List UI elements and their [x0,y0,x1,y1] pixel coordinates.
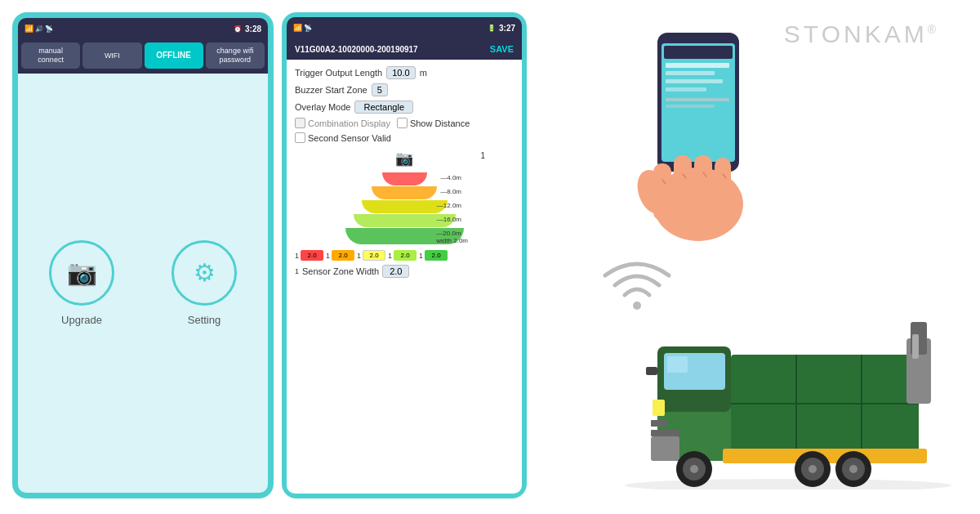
svg-rect-11 [674,155,692,221]
bar-yellow: 1 2.0 [357,250,385,261]
sensor-fan: —4.0m —8.0m —12.0m [339,172,470,245]
hand-phone-illustration [592,20,804,249]
svg-rect-3 [666,63,729,68]
left-status-bar: 📶 🔊 📡 ⏰ 3:28 [18,18,268,39]
sensor-zone-width-row: 1 Sensor Zone Width 2.0 [295,265,514,278]
svg-point-41 [849,465,858,473]
left-nav-bar: manualconnect WIFI OFFLINE change wifipa… [18,39,268,74]
sensor-number-badge: 1 [480,151,485,160]
combination-label: Combination Display [308,118,390,128]
show-distance-checkbox-item: Show Distance [397,118,470,128]
svg-rect-1 [662,43,735,162]
sensor-device-icon: 📷 [395,150,413,168]
wifi-button[interactable]: WIFI [82,42,141,69]
device-id: V11G00A2-10020000-200190917 [295,45,418,54]
save-button[interactable]: SAVE [490,44,514,54]
setting-label: Setting [188,314,220,326]
combination-row: Combination Display Show Distance [295,118,514,128]
settings-content: Trigger Output Length 10.0 m Buzzer Star… [287,60,522,494]
svg-rect-2 [664,46,733,59]
setting-icon-circle[interactable]: ⚙ [172,240,237,306]
svg-point-20 [625,479,951,489]
wifi-signal-illustration [600,253,674,318]
sensor-visualization: 📷 1 —4.0m —8.0m [295,150,514,245]
svg-rect-25 [731,355,919,461]
right-status-time: 3:27 [499,24,515,33]
trigger-unit: m [420,68,427,78]
offline-button[interactable]: OFFLINE [145,42,203,69]
svg-rect-42 [653,400,665,416]
sensor-zone-width-label: Sensor Zone Width [302,266,379,276]
svg-point-19 [633,302,641,310]
change-wifi-password-button[interactable]: change wifipassword [206,42,265,69]
overlay-label: Overlay Mode [295,102,350,112]
svg-rect-32 [651,436,679,461]
svg-rect-44 [912,334,919,359]
upgrade-icon-circle[interactable]: 📷 [49,240,114,306]
svg-point-35 [690,465,698,473]
svg-rect-24 [667,356,688,373]
svg-rect-45 [651,430,679,436]
bar-green: 1 2.0 [419,250,448,261]
bar-orange: 1 2.0 [326,250,354,261]
right-status-bar: 📶 📡 🔋 3:27 [287,17,522,38]
second-sensor-label: Second Sensor Valid [308,133,391,143]
second-sensor-checkbox[interactable] [295,132,305,143]
show-distance-label: Show Distance [410,118,470,128]
setting-icon-item: ⚙ Setting [172,240,237,326]
show-distance-checkbox[interactable] [397,118,408,128]
overlay-row: Overlay Mode Rectangle [295,101,514,114]
settings-header: V11G00A2-10020000-200190917 SAVE [287,38,522,60]
combination-checkbox-item: Combination Display [295,118,390,128]
color-bars-row: 1 2.0 1 2.0 1 2.0 1 2.0 [295,250,514,261]
svg-rect-12 [694,155,712,217]
buzzer-row: Buzzer Start Zone 5 [295,83,514,96]
svg-rect-7 [666,98,729,101]
trigger-output-row: Trigger Output Length 10.0 m [295,66,514,79]
svg-point-38 [808,465,817,473]
right-phone: 📶 📡 🔋 3:27 V11G00A2-10020000-200190917 S… [282,12,527,502]
truck-illustration [617,314,960,489]
svg-rect-4 [666,71,715,75]
bar-lightgreen: 1 2.0 [388,250,416,261]
app-icons-row: 📷 Upgrade ⚙ Setting [49,240,237,326]
overlay-value: Rectangle [354,101,413,114]
svg-rect-6 [666,87,706,92]
manual-connect-button[interactable]: manualconnect [21,42,80,69]
svg-rect-46 [651,420,667,427]
buzzer-label: Buzzer Start Zone [295,85,368,95]
trigger-label: Trigger Output Length [295,68,382,78]
svg-rect-5 [666,79,723,83]
illustrations-area [535,12,968,502]
second-sensor-row: Second Sensor Valid [295,132,514,143]
left-phone-content: 📷 Upgrade ⚙ Setting [18,74,268,493]
svg-rect-8 [666,105,715,108]
bar-red: 1 2.0 [295,250,323,261]
svg-rect-43 [646,367,657,375]
left-status-time: 3:28 [245,25,261,34]
left-phone: 📶 🔊 📡 ⏰ 3:28 manualconnect WIFI OFFLINE … [12,12,274,502]
upgrade-icon-item: 📷 Upgrade [49,240,114,326]
combination-checkbox[interactable] [295,118,305,128]
trigger-value: 10.0 [386,66,415,79]
sensor-zone-width-value: 2.0 [382,265,409,278]
upgrade-label: Upgrade [61,314,102,326]
buzzer-value: 5 [372,83,388,96]
svg-rect-13 [715,158,731,213]
